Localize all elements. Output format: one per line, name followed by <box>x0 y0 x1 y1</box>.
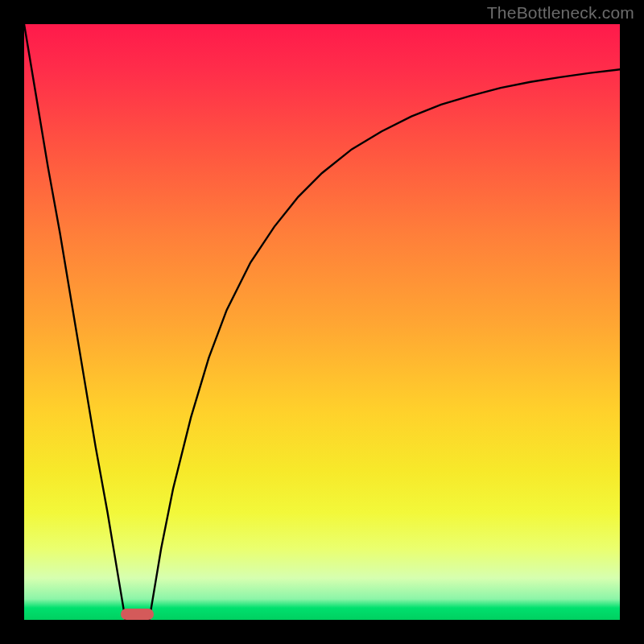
curve-layer <box>24 24 620 620</box>
curve-right-branch <box>149 69 620 620</box>
watermark-text: TheBottleneck.com <box>487 3 634 23</box>
curve-left-branch <box>24 24 126 620</box>
plot-area <box>24 24 620 620</box>
trough-marker <box>121 609 154 620</box>
frame-right <box>620 0 644 644</box>
frame-left <box>0 0 24 644</box>
bottleneck-chart: TheBottleneck.com <box>0 0 644 644</box>
frame-bottom <box>0 620 644 644</box>
